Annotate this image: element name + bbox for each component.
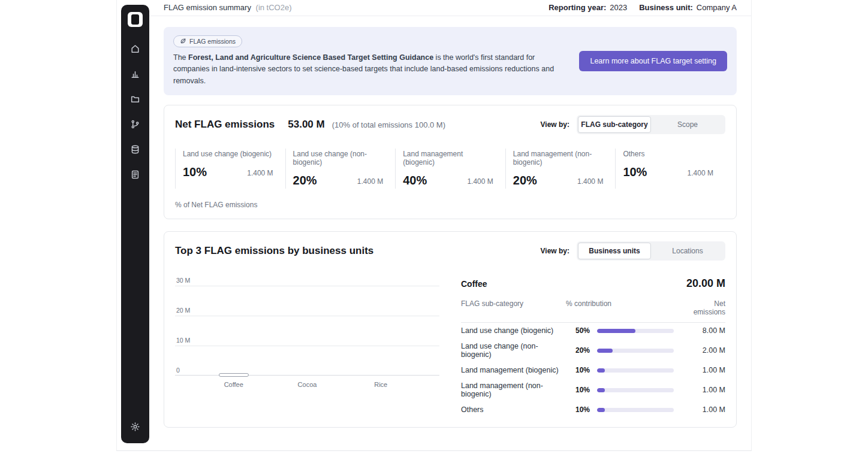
bar-box[interactable] — [366, 373, 396, 377]
top3-view-toggle: Business units Locations — [577, 241, 725, 261]
chart-x-labels: Coffee Cocoa Rice — [175, 381, 439, 388]
learn-more-button[interactable]: Learn more about FLAG target setting — [579, 51, 727, 71]
banner-text-bold: Forest, Land and Agriculture Science Bas… — [188, 53, 433, 62]
sidebar-item-data[interactable] — [127, 141, 144, 158]
net-flag-view-toggle: FLAG sub-category Scope — [577, 115, 725, 134]
contribution-bar — [597, 388, 674, 392]
badge-label: FLAG emissions — [189, 38, 236, 45]
table-row: Land management (biogenic) 10% 1.00 M — [461, 362, 725, 378]
main-panel: FLAG emissions The Forest, Land and Agri… — [149, 16, 751, 450]
col-flag-sub-category: FLAG sub-category — [461, 299, 559, 316]
contribution-bar-fill — [597, 329, 635, 333]
flag-emissions-badge: FLAG emissions — [173, 35, 242, 47]
net-flag-card-header: Net FLAG emissions 53.00 M (10% of total… — [175, 115, 725, 134]
detail-header: Coffee 20.00 M — [461, 277, 725, 290]
stat-land-management-non-biogenic: Land management (non-biogenic) 20%1.400 … — [505, 149, 616, 189]
report-icon — [130, 170, 140, 180]
stat-percent: 40% — [403, 174, 427, 187]
content-area: FLAG emission summary (in tCO2e) Reporti… — [149, 0, 751, 450]
toggle-business-units[interactable]: Business units — [578, 243, 651, 259]
folder-icon — [130, 94, 140, 104]
banner-text: The Forest, Land and Agriculture Science… — [173, 52, 565, 87]
page-title: FLAG emission summary (in tCO2e) — [164, 3, 292, 12]
stat-percent: 10% — [623, 165, 647, 179]
net-flag-title: Net FLAG emissions — [175, 119, 275, 131]
header-meta: Reporting year: 2023 Business unit: Comp… — [548, 3, 737, 12]
detail-total: 20.00 M — [686, 277, 725, 290]
contribution-bar-fill — [597, 349, 613, 353]
sidebar-item-workflows[interactable] — [127, 116, 144, 132]
page-title-text: FLAG emission summary — [164, 3, 251, 12]
table-row: Land use change (non-biogenic) 20% 2.00 … — [461, 338, 725, 362]
net-flag-stats: Land use change (biogenic) 10%1.400 M La… — [175, 149, 725, 189]
stat-percent: 20% — [513, 174, 537, 187]
top3-title: Top 3 FLAG emissions by business units — [175, 245, 373, 257]
col-contribution: % contribution — [566, 299, 674, 316]
business-unit-detail: Coffee 20.00 M FLAG sub-category % contr… — [461, 277, 725, 417]
git-branch-icon — [130, 119, 140, 129]
bar-box[interactable] — [219, 373, 249, 377]
stat-land-use-change-non-biogenic: Land use change (non-biogenic) 20%1.400 … — [285, 149, 396, 189]
chart-bars — [175, 286, 439, 375]
banner-content: FLAG emissions The Forest, Land and Agri… — [173, 35, 565, 87]
contribution-bar-fill — [597, 408, 605, 412]
database-icon — [130, 144, 140, 155]
sidebar-item-projects[interactable] — [127, 90, 144, 107]
sidebar-item-reports[interactable] — [127, 166, 144, 183]
net-flag-value: 53.00 M — [288, 119, 324, 131]
stat-value: 1.400 M — [247, 169, 273, 179]
business-unit: Business unit: Company A — [639, 3, 737, 12]
net-flag-card: Net FLAG emissions 53.00 M (10% of total… — [164, 105, 737, 219]
business-unit-label: Business unit: — [639, 3, 693, 12]
sidebar — [121, 5, 149, 443]
toggle-locations[interactable]: Locations — [651, 243, 724, 259]
sidebar-item-analytics[interactable] — [127, 65, 144, 82]
x-label-rice: Rice — [366, 381, 396, 388]
y-tick: 30 M — [176, 277, 190, 284]
settings-gear-icon — [130, 422, 140, 432]
table-row: Land use change (biogenic) 50% 8.00 M — [461, 323, 725, 338]
top3-body: 30 M 20 M 10 M 0 Coffee — [175, 277, 725, 417]
stat-percent: 20% — [293, 174, 317, 187]
sidebar-item-settings[interactable] — [127, 418, 144, 435]
bar-chart: 30 M 20 M 10 M 0 Coffee — [175, 277, 439, 417]
logo-mark-icon — [131, 14, 139, 25]
stat-value: 1.400 M — [577, 177, 603, 187]
x-label-coffee: Coffee — [219, 381, 249, 388]
stat-land-management-biogenic: Land management (biogenic) 40%1.400 M — [395, 149, 505, 189]
x-label-cocoa: Cocoa — [293, 381, 323, 388]
stat-land-use-change-biogenic: Land use change (biogenic) 10%1.400 M — [175, 149, 285, 189]
top3-card: Top 3 FLAG emissions by business units V… — [164, 231, 737, 428]
view-by-label: View by: — [541, 120, 569, 129]
col-net-emissions: Net emissions — [681, 299, 725, 316]
view-by-label: View by: — [541, 247, 569, 255]
detail-table-header: FLAG sub-category % contribution Net emi… — [461, 299, 725, 323]
bar-chart-icon — [130, 69, 140, 79]
stat-others: Others 10%1.400 M — [615, 149, 725, 189]
net-flag-footnote: % of Net FLAG emissions — [175, 201, 725, 209]
app-logo[interactable] — [128, 12, 143, 27]
top3-card-header: Top 3 FLAG emissions by business units V… — [175, 241, 725, 261]
reporting-year-value: 2023 — [610, 3, 627, 12]
reporting-year-label: Reporting year: — [548, 3, 606, 12]
toggle-scope[interactable]: Scope — [651, 116, 724, 133]
app-window: FLAG emission summary (in tCO2e) Reporti… — [116, 0, 752, 451]
page-header: FLAG emission summary (in tCO2e) Reporti… — [149, 0, 751, 16]
sidebar-nav — [127, 40, 144, 183]
reporting-year: Reporting year: 2023 — [548, 3, 627, 12]
chart-plot: 30 M 20 M 10 M 0 — [175, 286, 439, 376]
table-row: Land management (non-biogenic) 10% 1.00 … — [461, 378, 725, 402]
business-unit-value: Company A — [697, 3, 737, 12]
contribution-bar — [597, 329, 674, 333]
contribution-bar — [597, 408, 674, 412]
stat-value: 1.400 M — [467, 177, 493, 187]
contribution-bar-fill — [597, 388, 605, 392]
table-row: Others 10% 1.00 M — [461, 402, 725, 417]
net-flag-note: (10% of total emissions 100.0 M) — [332, 120, 445, 129]
toggle-flag-sub-category[interactable]: FLAG sub-category — [578, 116, 651, 133]
sidebar-item-home[interactable] — [127, 40, 144, 57]
stat-percent: 10% — [183, 165, 207, 179]
contribution-bar — [597, 349, 674, 353]
leaf-icon — [180, 38, 186, 44]
bar-box[interactable] — [293, 373, 323, 377]
